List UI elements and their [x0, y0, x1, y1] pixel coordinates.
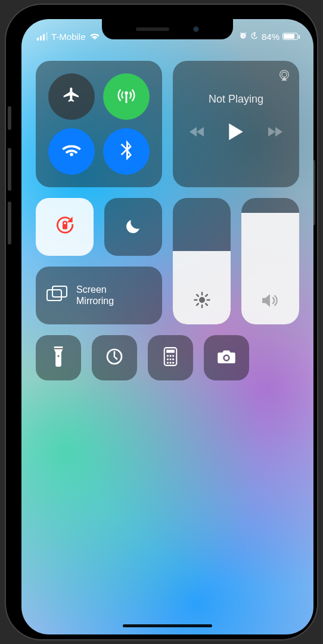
volume-icon [261, 292, 280, 311]
brightness-fill [173, 251, 231, 324]
now-playing-label: Not Playing [209, 93, 263, 106]
previous-track-button[interactable] [190, 126, 205, 138]
camera-button[interactable] [204, 335, 249, 380]
flashlight-icon [52, 346, 64, 369]
calculator-icon [163, 347, 178, 369]
wifi-toggle[interactable] [48, 128, 95, 175]
media-controls [190, 123, 282, 140]
airplane-mode-toggle[interactable] [48, 73, 95, 120]
screen-mirroring-icon [46, 285, 68, 305]
screen-mirroring-button[interactable]: Screen Mirroring [36, 267, 162, 324]
status-right: 84% [239, 32, 298, 42]
svg-rect-5 [52, 286, 67, 297]
battery-percent-label: 84% [262, 32, 279, 42]
antenna-icon [116, 85, 136, 108]
svg-rect-18 [166, 350, 175, 353]
play-button[interactable] [229, 123, 243, 140]
svg-point-26 [169, 362, 171, 364]
notch [102, 19, 233, 39]
wifi-icon [61, 143, 82, 160]
bluetooth-toggle[interactable] [103, 128, 150, 175]
airplay-icon[interactable] [278, 69, 291, 85]
orientation-lock-toggle[interactable] [36, 198, 94, 256]
svg-line-14 [206, 295, 207, 296]
svg-point-6 [199, 297, 205, 303]
svg-point-24 [172, 358, 174, 360]
svg-point-27 [172, 362, 174, 364]
volume-slider[interactable] [241, 198, 299, 324]
cellular-data-toggle[interactable] [103, 73, 150, 120]
moon-icon [125, 217, 142, 237]
screen-mirroring-label: Screen Mirroring [76, 284, 114, 306]
timer-button[interactable] [92, 335, 137, 380]
svg-rect-4 [47, 290, 61, 301]
bluetooth-icon [120, 140, 132, 163]
orientation-lock-icon [54, 215, 76, 240]
battery-icon [282, 33, 298, 40]
wifi-icon [89, 32, 100, 41]
brightness-icon [193, 291, 211, 311]
home-indicator[interactable] [123, 624, 212, 627]
carrier-label: T-Mobile [51, 32, 86, 42]
front-camera [193, 26, 199, 32]
calculator-button[interactable] [148, 335, 193, 380]
airplane-icon [62, 86, 81, 107]
screen: T-Mobile 84% [21, 19, 313, 634]
status-left: T-Mobile [37, 32, 100, 42]
svg-rect-3 [63, 224, 67, 229]
orientation-lock-status-icon [250, 32, 259, 42]
timer-icon [105, 347, 124, 369]
svg-point-22 [167, 358, 169, 360]
svg-line-12 [206, 304, 207, 305]
cellular-signal-icon [37, 32, 48, 41]
svg-point-20 [169, 355, 171, 357]
svg-point-25 [167, 362, 169, 364]
svg-point-19 [167, 355, 169, 357]
mute-switch [8, 106, 11, 130]
next-track-button[interactable] [267, 126, 282, 138]
svg-point-2 [282, 72, 287, 77]
volume-down-button [8, 202, 11, 244]
volume-up-button [8, 148, 11, 191]
flashlight-button[interactable] [36, 335, 81, 380]
control-center: Not Playing [21, 55, 313, 380]
phone-shell: T-Mobile 84% [6, 5, 317, 639]
svg-point-21 [172, 355, 174, 357]
battery-fill [284, 34, 294, 39]
do-not-disturb-toggle[interactable] [104, 198, 162, 256]
svg-line-13 [197, 304, 198, 305]
alarm-icon [239, 32, 247, 42]
speaker-grill [136, 27, 169, 31]
svg-point-23 [169, 358, 171, 360]
camera-icon [216, 348, 237, 367]
svg-rect-15 [54, 348, 63, 349]
brightness-slider[interactable] [173, 198, 231, 324]
svg-line-11 [197, 295, 198, 296]
connectivity-module[interactable] [36, 61, 162, 187]
media-module[interactable]: Not Playing [173, 61, 299, 187]
